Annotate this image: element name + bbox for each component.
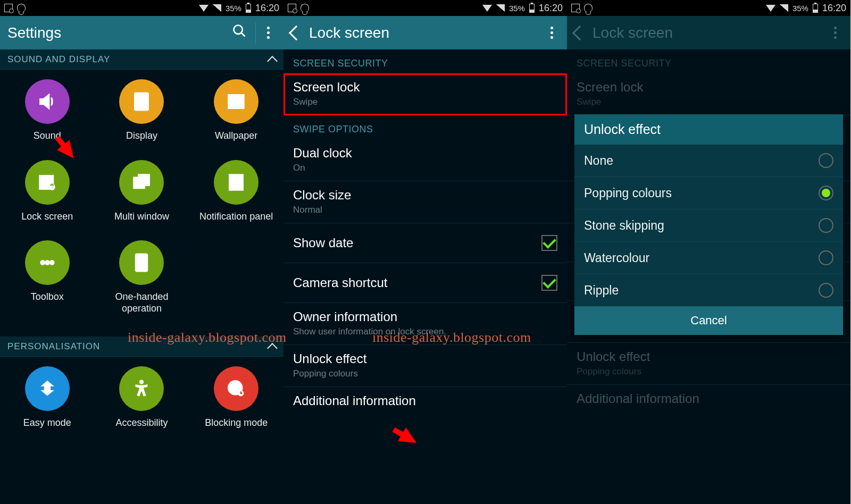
- checkbox-checked-icon[interactable]: [541, 235, 557, 251]
- option-ripple[interactable]: Ripple: [574, 274, 843, 306]
- item-toolbox[interactable]: Toolbox: [0, 240, 95, 314]
- svg-point-0: [234, 26, 243, 34]
- item-wallpaper[interactable]: Wallpaper: [189, 79, 283, 142]
- sound-icon: [25, 79, 70, 124]
- page-title: Lock screen: [309, 24, 544, 41]
- radio-selected-icon: [819, 186, 833, 200]
- item-easy-mode[interactable]: Easy mode: [0, 366, 95, 429]
- toolbox-icon: [25, 240, 70, 285]
- radio-icon: [819, 250, 833, 265]
- item-sound[interactable]: Sound: [0, 79, 95, 142]
- row-owner-info[interactable]: Owner informationShow user information o…: [283, 303, 567, 345]
- row-unlock-effect[interactable]: Unlock effectPopping colours: [283, 345, 567, 387]
- divider: [255, 22, 256, 44]
- option-none[interactable]: None: [574, 145, 843, 177]
- image-icon: [288, 4, 296, 12]
- battery-pct: 35%: [226, 4, 241, 13]
- lock-screen-icon: [25, 160, 70, 205]
- item-one-handed[interactable]: One-handed operation: [95, 240, 189, 314]
- option-popping-colours[interactable]: Popping colours: [574, 177, 843, 209]
- svg-rect-9: [51, 186, 53, 188]
- row-dual-clock[interactable]: Dual clockOn: [283, 139, 567, 181]
- item-notification-panel[interactable]: Notification panel: [189, 160, 283, 223]
- svg-point-15: [232, 176, 233, 178]
- multi-window-icon: [119, 160, 164, 205]
- status-bar: 35%16:20: [283, 0, 567, 16]
- chevron-up-icon: [267, 56, 278, 66]
- settings-panel: 35% 16:20 Settings SOUND AND DISPLAY Sou…: [0, 0, 283, 504]
- wifi-icon: [482, 5, 492, 12]
- wallpaper-icon: [214, 79, 258, 124]
- headphones-icon: [301, 4, 309, 12]
- easy-mode-icon: [25, 366, 70, 411]
- action-bar: Lock screen: [283, 16, 567, 49]
- row-camera-shortcut[interactable]: Camera shortcut: [283, 263, 567, 303]
- action-bar: Settings: [0, 16, 283, 49]
- header-screen-security: SCREEN SECURITY: [283, 49, 567, 73]
- display-icon: [119, 79, 164, 124]
- status-bar: 35% 16:20: [0, 0, 283, 16]
- item-multi-window[interactable]: Multi window: [95, 160, 189, 223]
- row-screen-lock[interactable]: Screen lockSwipe: [283, 73, 567, 115]
- item-lock-screen[interactable]: Lock screen: [0, 160, 95, 223]
- battery-icon: [529, 4, 535, 13]
- radio-icon: [819, 283, 833, 298]
- signal-icon: [496, 4, 505, 12]
- back-icon[interactable]: [289, 25, 304, 40]
- row-additional-info[interactable]: Additional information: [283, 387, 567, 424]
- radio-icon: [819, 218, 833, 233]
- accessibility-icon: [119, 366, 164, 411]
- unlock-effect-dialog: Unlock effect None Popping colours Stone…: [574, 114, 843, 335]
- item-display[interactable]: Display: [95, 79, 189, 142]
- image-icon: [4, 4, 13, 12]
- one-handed-icon: [119, 240, 164, 285]
- lockscreen-panel: 35%16:20 Lock screen SCREEN SECURITY Scr…: [283, 0, 567, 504]
- svg-rect-12: [139, 175, 149, 185]
- svg-point-17: [40, 261, 45, 265]
- svg-point-18: [45, 261, 49, 265]
- dialog-scrim[interactable]: Unlock effect None Popping colours Stone…: [567, 0, 850, 504]
- checkbox-checked-icon[interactable]: [541, 275, 557, 291]
- option-stone-skipping[interactable]: Stone skipping: [574, 209, 843, 242]
- status-time: 16:20: [255, 3, 279, 14]
- page-title: Settings: [7, 24, 228, 41]
- svg-point-16: [235, 176, 236, 178]
- signal-icon: [213, 4, 221, 12]
- item-blocking-mode[interactable]: Blocking mode: [189, 366, 283, 429]
- row-show-date[interactable]: Show date: [283, 223, 567, 263]
- headphones-icon: [17, 4, 26, 12]
- dialog-title: Unlock effect: [574, 114, 843, 145]
- option-watercolour[interactable]: Watercolour: [574, 242, 843, 274]
- cancel-button[interactable]: Cancel: [574, 306, 843, 335]
- section-personalisation[interactable]: PERSONALISATION: [0, 337, 283, 357]
- blocking-mode-icon: [214, 366, 258, 411]
- chevron-up-icon: [267, 343, 278, 354]
- wifi-icon: [199, 5, 208, 12]
- dialog-panel: 35%16:20 Lock screen SCREEN SECURITY Scr…: [567, 0, 850, 504]
- more-icon[interactable]: [544, 27, 560, 39]
- radio-icon: [819, 153, 833, 168]
- settings-grid: Sound Display Wallpaper Lock screen Mult…: [0, 70, 283, 337]
- header-swipe-options: SWIPE OPTIONS: [283, 115, 567, 139]
- svg-point-6: [232, 97, 235, 100]
- more-icon[interactable]: [260, 27, 276, 39]
- row-clock-size[interactable]: Clock sizeNormal: [283, 181, 567, 223]
- settings-grid-2: Easy mode Accessibility Blocking mode: [0, 357, 283, 447]
- battery-icon: [246, 4, 251, 13]
- svg-line-1: [241, 33, 245, 37]
- svg-point-19: [50, 261, 54, 265]
- svg-point-4: [137, 99, 143, 105]
- notification-panel-icon: [214, 160, 258, 205]
- item-accessibility[interactable]: Accessibility: [95, 366, 189, 429]
- search-icon[interactable]: [228, 23, 251, 42]
- section-sound-display[interactable]: SOUND AND DISPLAY: [0, 49, 283, 70]
